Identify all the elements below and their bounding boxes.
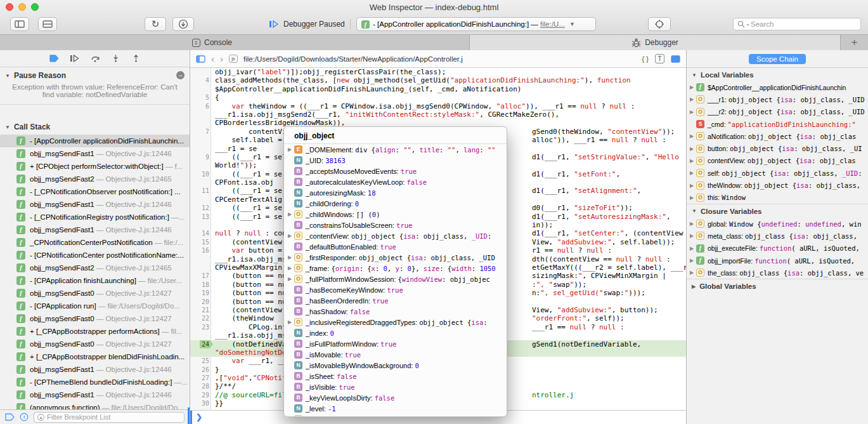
disclosure-triangle-icon[interactable]: ▶ <box>288 276 294 282</box>
exception-breakpoint-icon[interactable]: ! <box>20 413 29 421</box>
variable-row[interactable]: B_constrainsToUsableScreen: true <box>284 220 507 230</box>
sidebar-scrollbar[interactable] <box>188 407 190 424</box>
disclosure-triangle-icon[interactable]: ▶ <box>288 416 294 417</box>
call-stack-frame[interactable]: fobjj_msgSendFast1 — Objective-J.js:1244… <box>0 147 190 160</box>
type-profiler-icon[interactable]: T <box>655 54 664 63</box>
variable-row[interactable]: N_autoresizingMask: 18 <box>284 187 507 198</box>
line-number[interactable]: 18 <box>190 281 209 289</box>
variable-row[interactable]: B_isFullPlatformWindow: true <box>284 338 507 349</box>
toggle-details-sidebar-icon[interactable] <box>671 55 680 63</box>
call-stack-frame[interactable]: fobjj_msgSendFast1 — Objective-J.js:1244… <box>0 198 190 211</box>
variable-row[interactable]: N_childOrdering: 0 <box>284 198 507 209</box>
call-stack-frame[interactable]: fobjj_msgSendFast2 — Objective-J.js:1246… <box>0 262 190 274</box>
pause-resume-icon[interactable] <box>70 55 80 62</box>
call-stack-frame[interactable]: f- [CPNotificationCenter postNotificatio… <box>0 249 190 262</box>
line-number[interactable]: 5 <box>190 93 209 102</box>
variable-row[interactable]: B_keyViewLoopIsDirty: false <box>284 392 507 403</box>
disclosure-triangle-icon[interactable]: ▶ <box>690 233 696 239</box>
disclosure-triangle-icon[interactable]: ▶ <box>288 211 294 217</box>
variable-row[interactable]: B_autorecalculatesKeyViewLoop: false <box>284 176 507 187</box>
toggle-navigation-sidebar-icon[interactable] <box>196 55 205 63</box>
disclosure-triangle-icon[interactable]: ▶ <box>690 258 696 263</box>
line-number[interactable]: 22 <box>190 314 209 322</box>
disclosure-triangle-icon[interactable]: ▶ <box>690 170 696 176</box>
line-number[interactable]: 13 <box>190 213 209 221</box>
variable-row[interactable]: B_hasBeenOrderedIn: true <box>284 295 507 306</box>
line-number[interactable]: 15 <box>190 238 209 246</box>
line-number[interactable]: 30 <box>190 399 209 407</box>
variable-row[interactable]: ▶O___r2: objj_object {isa: objj_class, _… <box>687 106 868 118</box>
tab-debugger[interactable]: Debugger <box>470 35 840 50</box>
variable-row[interactable]: ▶Obutton: objj_object {isa: objj_class, … <box>687 142 868 154</box>
line-number[interactable]: 10 <box>190 170 209 178</box>
toggle-console-drawer-button[interactable] <box>38 17 57 31</box>
line-number[interactable]: 7 <box>190 128 209 136</box>
breakpoints-toggle-icon[interactable] <box>49 55 59 62</box>
variable-row[interactable]: N_isMovableByWindowBackground: 0 <box>284 360 507 371</box>
variable-row[interactable]: ▶O_maxSize: {width: 1000000, height: 100… <box>284 414 507 417</box>
variable-row[interactable]: ▶f$AppController__applicationDidFinishLa… <box>687 81 868 93</box>
disclosure-triangle-icon[interactable]: ▶ <box>690 96 696 102</box>
variable-row[interactable]: ▶Ometa_class: objj_class {isa: objj_clas… <box>687 230 868 242</box>
line-number[interactable]: 17 <box>190 272 209 280</box>
search-input[interactable] <box>751 20 846 28</box>
variable-row[interactable]: ▶Othe_class: objj_class {isa: objj_class… <box>687 267 868 279</box>
download-button[interactable] <box>172 17 194 31</box>
call-stack-frame[interactable]: fobjj_msgSendFast2 — Objective-J.js:1246… <box>0 173 190 185</box>
reload-button[interactable]: ↻ <box>145 17 166 31</box>
call-stack-frame[interactable]: f_CPNotificationCenterPostNotification —… <box>0 236 190 249</box>
call-frame-dropdown[interactable]: f - [AppController applicationDidFinishL… <box>356 17 596 31</box>
disclosure-triangle-icon[interactable]: ▶ <box>288 319 294 325</box>
variable-row[interactable]: ▶O_firstResponder: objj_object {isa: obj… <box>284 252 507 263</box>
line-number[interactable]: 26 <box>190 366 209 374</box>
element-picker-button[interactable] <box>648 17 671 31</box>
line-number[interactable]: 19 <box>190 289 209 297</box>
line-number[interactable]: 4 <box>190 76 209 84</box>
disclosure-triangle-icon[interactable]: ▶ <box>690 195 696 201</box>
call-stack-frame[interactable]: f- [CPApplication finishLaunching] — fil… <box>0 274 190 287</box>
variable-row[interactable]: ▶OtheWindow: objj_object {isa: objj_clas… <box>687 179 868 191</box>
debugger-paused-button[interactable]: Debugger Paused <box>269 17 345 31</box>
variable-row[interactable]: ▶O_frame: {origin: {x: 0, y: 0}, size: {… <box>284 263 507 274</box>
call-stack-frame[interactable]: f- [_CPNotificationObserver postNotifica… <box>0 185 190 198</box>
tab-console[interactable]: Σ Console <box>0 35 470 50</box>
disclosure-triangle-icon[interactable]: ▶ <box>690 84 696 90</box>
call-stack-frame[interactable]: f(anonymous function) — file:/Users/Dogi… <box>0 401 190 409</box>
line-number[interactable]: 12 <box>190 204 209 212</box>
call-stack-frame[interactable]: f+ [_CPAppBootstrapper performActions] —… <box>0 325 190 338</box>
variable-row[interactable]: B_isVisible: true <box>284 381 507 392</box>
disclosure-triangle-icon[interactable]: ▶ <box>288 147 294 152</box>
variable-row[interactable]: B_acceptsMouseMovedEvents: true <box>284 166 507 176</box>
scope-section-header[interactable]: ▶Global Variables <box>687 279 868 293</box>
variable-row[interactable]: ▶O_inclusiveRegisteredDraggedTypes: objj… <box>284 317 507 328</box>
line-number[interactable]: 16 <box>190 246 209 255</box>
line-number[interactable]: 24 <box>190 340 209 348</box>
variable-row[interactable]: N_index: 0 <box>284 328 507 338</box>
line-number[interactable]: 14 <box>190 229 209 237</box>
line-number[interactable]: 25 <box>190 357 209 365</box>
goto-source-icon[interactable]: → <box>176 71 185 79</box>
line-number[interactable]: 11 <box>190 187 209 195</box>
line-number[interactable]: 20 <box>190 298 209 306</box>
back-button[interactable]: ‹ <box>211 54 214 63</box>
step-out-icon[interactable] <box>131 55 141 62</box>
call-stack-frame[interactable]: f- [CPApplication run] — file:/Users/Dog… <box>0 300 190 312</box>
call-stack-frame[interactable]: fobjj_msgSendFast1 — Objective-J.js:1244… <box>0 363 190 376</box>
line-number[interactable]: 23 <box>190 323 209 331</box>
search-field[interactable]: ▾ <box>733 18 861 30</box>
pause-reason-header[interactable]: ▼ Pause Reason → <box>0 67 190 83</box>
call-stack-frame[interactable]: f+ [CPObject performSelector:withObject:… <box>0 160 190 173</box>
disclosure-triangle-icon[interactable]: ▶ <box>690 158 696 164</box>
disclosure-triangle-icon[interactable]: ▶ <box>690 221 696 227</box>
variable-row[interactable]: ▶O_fullPlatformWindowSession: {windowVie… <box>284 274 507 284</box>
pretty-print-icon[interactable]: { } <box>642 55 649 63</box>
line-number[interactable]: 27 <box>190 374 209 382</box>
variable-row[interactable]: ▶Oglobal: Window {undefined: undefined, … <box>687 218 868 230</box>
disclosure-triangle-icon[interactable]: ▶ <box>288 233 294 239</box>
call-stack-header[interactable]: ▼ Call Stack <box>0 118 190 135</box>
call-stack-frame[interactable]: f- [AppController applicationDidFinishLa… <box>0 135 190 147</box>
disclosure-triangle-icon[interactable]: ▶ <box>690 246 696 251</box>
scope-section-header[interactable]: ▼Local Variables <box>687 68 868 81</box>
variable-row[interactable]: B_hasShadow: false <box>284 306 507 317</box>
variable-row[interactable]: ▶OaNotification: objj_object {isa: objj_… <box>687 130 868 142</box>
